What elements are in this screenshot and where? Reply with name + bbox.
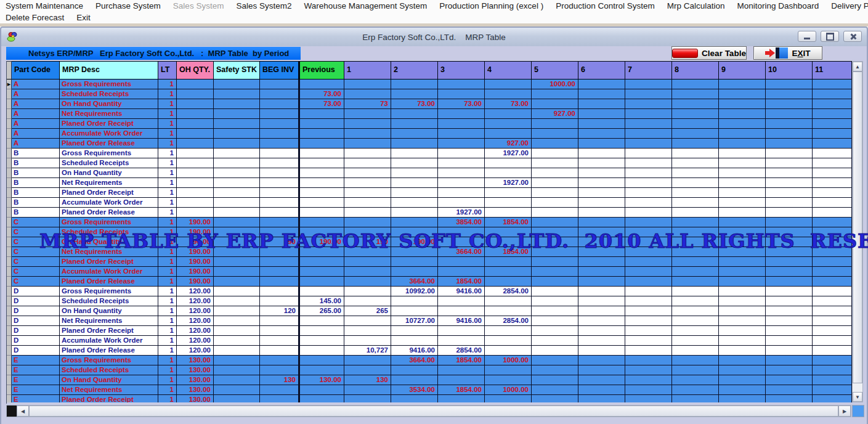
cell-previous-r32[interactable] <box>299 395 344 402</box>
cell-beg-inv-r14[interactable] <box>260 218 299 227</box>
cell-8-r24[interactable] <box>672 316 719 326</box>
cell-4-r9[interactable] <box>485 168 532 178</box>
menu-item-delete-forecast[interactable]: Delete Forecast <box>0 13 70 22</box>
cell-8-r2[interactable] <box>672 99 719 109</box>
cell-11-r14[interactable] <box>813 218 852 227</box>
cell-2-r12[interactable] <box>391 198 438 208</box>
cell-8-r13[interactable] <box>672 208 719 218</box>
cell-beg-inv-r26[interactable] <box>260 336 299 346</box>
cell-11-r4[interactable] <box>813 119 852 129</box>
cell-9-r17[interactable] <box>719 247 766 257</box>
cell-4-r6[interactable]: 927.00 <box>485 139 532 149</box>
cell-previous-r27[interactable] <box>299 346 344 356</box>
cell-6-r20[interactable] <box>578 277 625 287</box>
cell-3-r2[interactable]: 73.00 <box>438 99 485 109</box>
cell-oh-qty-r15[interactable]: 190.00 <box>177 227 214 237</box>
record-selector[interactable] <box>7 267 12 277</box>
cell-5-r4[interactable] <box>532 119 578 129</box>
cell-8-r5[interactable] <box>672 129 719 139</box>
cell-7-r17[interactable] <box>625 247 672 257</box>
cell-7-r0[interactable] <box>625 80 672 89</box>
cell-6-r8[interactable] <box>578 158 625 168</box>
cell-mrp-desc-r27[interactable]: Planed Order Release <box>60 346 158 356</box>
cell-11-r13[interactable] <box>813 208 852 218</box>
cell-1-r2[interactable]: 73 <box>344 99 391 109</box>
cell-3-r24[interactable]: 9416.00 <box>438 316 485 326</box>
cell-2-r26[interactable] <box>391 336 438 346</box>
cell-4-r19[interactable] <box>485 267 532 277</box>
cell-9-r12[interactable] <box>719 198 766 208</box>
current-record-indicator[interactable]: ▶ <box>7 80 12 89</box>
cell-lt-r17[interactable]: 1 <box>158 247 177 257</box>
cell-5-r8[interactable] <box>532 158 578 168</box>
cell-5-r23[interactable] <box>532 306 578 316</box>
cell-beg-inv-r18[interactable] <box>260 257 299 267</box>
cell-beg-inv-r11[interactable] <box>260 188 299 198</box>
cell-beg-inv-r9[interactable] <box>260 168 299 178</box>
record-selector[interactable] <box>7 365 12 375</box>
cell-4-r7[interactable]: 1927.00 <box>485 149 532 158</box>
cell-8-r15[interactable] <box>672 227 719 237</box>
cell-previous-r29[interactable] <box>299 365 344 375</box>
cell-part-code-r8[interactable]: B <box>12 158 60 168</box>
record-selector[interactable] <box>7 306 12 316</box>
cell-2-r17[interactable] <box>391 247 438 257</box>
cell-7-r6[interactable] <box>625 139 672 149</box>
cell-8-r19[interactable] <box>672 267 719 277</box>
cell-6-r1[interactable] <box>578 89 625 99</box>
cell-2-r27[interactable]: 9416.00 <box>391 346 438 356</box>
cell-oh-qty-r23[interactable]: 120.00 <box>177 306 214 316</box>
cell-lt-r31[interactable]: 1 <box>158 385 177 395</box>
cell-11-r6[interactable] <box>813 139 852 149</box>
cell-6-r26[interactable] <box>578 336 625 346</box>
column-header-lt[interactable]: LT <box>158 61 177 80</box>
cell-part-code-r23[interactable]: D <box>12 306 60 316</box>
cell-part-code-r13[interactable]: B <box>12 208 60 218</box>
cell-2-r28[interactable]: 3664.00 <box>391 356 438 365</box>
cell-previous-r9[interactable] <box>299 168 344 178</box>
cell-7-r32[interactable] <box>625 395 672 402</box>
cell-2-r6[interactable] <box>391 139 438 149</box>
column-header-mrp-desc[interactable]: MRP Desc <box>60 61 158 80</box>
cell-10-r10[interactable] <box>766 178 813 188</box>
cell-4-r4[interactable] <box>485 119 532 129</box>
cell-mrp-desc-r3[interactable]: Net Requirements <box>60 109 158 119</box>
cell-mrp-desc-r4[interactable]: Planed Order Receipt <box>60 119 158 129</box>
cell-7-r25[interactable] <box>625 326 672 336</box>
cell-2-r30[interactable] <box>391 375 438 385</box>
cell-beg-inv-r16[interactable]: 190 <box>260 237 299 247</box>
cell-11-r1[interactable] <box>813 89 852 99</box>
cell-4-r0[interactable] <box>485 80 532 89</box>
cell-part-code-r21[interactable]: D <box>12 287 60 296</box>
cell-10-r19[interactable] <box>766 267 813 277</box>
cell-previous-r10[interactable] <box>299 178 344 188</box>
cell-3-r26[interactable] <box>438 336 485 346</box>
cell-7-r16[interactable] <box>625 237 672 247</box>
record-selector[interactable] <box>7 247 12 257</box>
cell-lt-r4[interactable]: 1 <box>158 119 177 129</box>
cell-beg-inv-r6[interactable] <box>260 139 299 149</box>
cell-4-r16[interactable] <box>485 237 532 247</box>
cell-2-r16[interactable]: 190.00 <box>391 237 438 247</box>
cell-beg-inv-r8[interactable] <box>260 158 299 168</box>
cell-4-r3[interactable] <box>485 109 532 119</box>
cell-lt-r24[interactable]: 1 <box>158 316 177 326</box>
cell-1-r24[interactable] <box>344 316 391 326</box>
cell-11-r21[interactable] <box>813 287 852 296</box>
cell-11-r26[interactable] <box>813 336 852 346</box>
cell-5-r5[interactable] <box>532 129 578 139</box>
cell-2-r32[interactable] <box>391 395 438 402</box>
cell-lt-r13[interactable]: 1 <box>158 208 177 218</box>
cell-4-r11[interactable] <box>485 188 532 198</box>
cell-1-r7[interactable] <box>344 149 391 158</box>
cell-8-r32[interactable] <box>672 395 719 402</box>
cell-5-r6[interactable] <box>532 139 578 149</box>
cell-1-r18[interactable] <box>344 257 391 267</box>
record-selector[interactable] <box>7 218 12 227</box>
cell-5-r28[interactable] <box>532 356 578 365</box>
record-selector[interactable] <box>7 208 12 218</box>
cell-3-r3[interactable] <box>438 109 485 119</box>
cell-part-code-r29[interactable]: E <box>12 365 60 375</box>
cell-9-r28[interactable] <box>719 356 766 365</box>
cell-beg-inv-r19[interactable] <box>260 267 299 277</box>
